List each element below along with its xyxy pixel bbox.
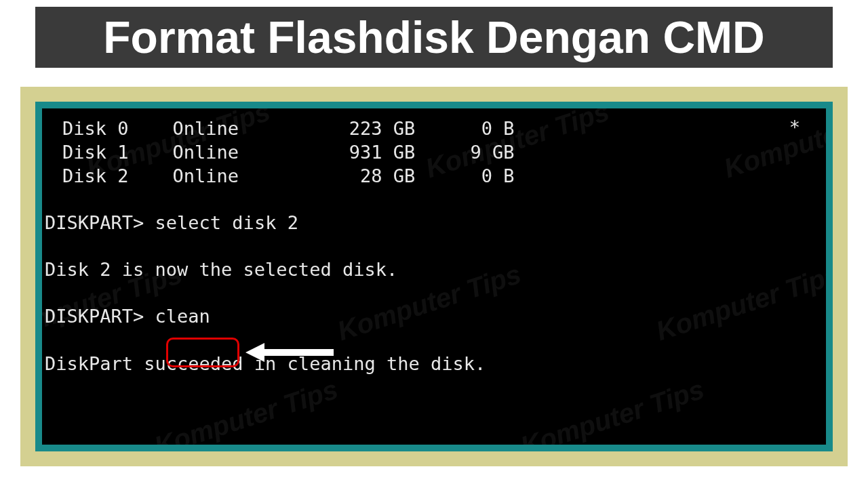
- outer-frame: Komputer Tips Komputer Tips Komputer Tip…: [20, 87, 848, 466]
- command-text: select disk 2: [155, 212, 298, 233]
- prompt: DISKPART>: [45, 212, 144, 233]
- page-title: Format Flashdisk Dengan CMD: [103, 12, 764, 63]
- gpt-marker: *: [789, 115, 800, 139]
- disk-row: Disk 2 Online 28 GB 0 B: [62, 165, 515, 186]
- terminal-window[interactable]: Komputer Tips Komputer Tips Komputer Tip…: [42, 108, 826, 445]
- watermark: Komputer Tips: [150, 371, 342, 445]
- command-line-select: DISKPART> select disk 2: [42, 211, 819, 235]
- command-text: clean: [155, 306, 210, 327]
- terminal-border: Komputer Tips Komputer Tips Komputer Tip…: [35, 102, 833, 451]
- response-cleaned: DiskPart succeeded in cleaning the disk.: [42, 352, 819, 375]
- title-bar: Format Flashdisk Dengan CMD: [35, 7, 833, 68]
- prompt: DISKPART>: [45, 306, 144, 327]
- response-selected: Disk 2 is now the selected disk.: [42, 258, 819, 281]
- disk-row: Disk 0 Online 223 GB 0 B: [62, 118, 515, 139]
- command-line-clean: DISKPART> clean: [42, 304, 819, 328]
- disk-list: Disk 0 Online 223 GB 0 B Disk 1 Online 9…: [42, 117, 819, 188]
- disk-row: Disk 1 Online 931 GB 9 GB: [62, 142, 515, 163]
- watermark: Komputer Tips: [516, 371, 709, 445]
